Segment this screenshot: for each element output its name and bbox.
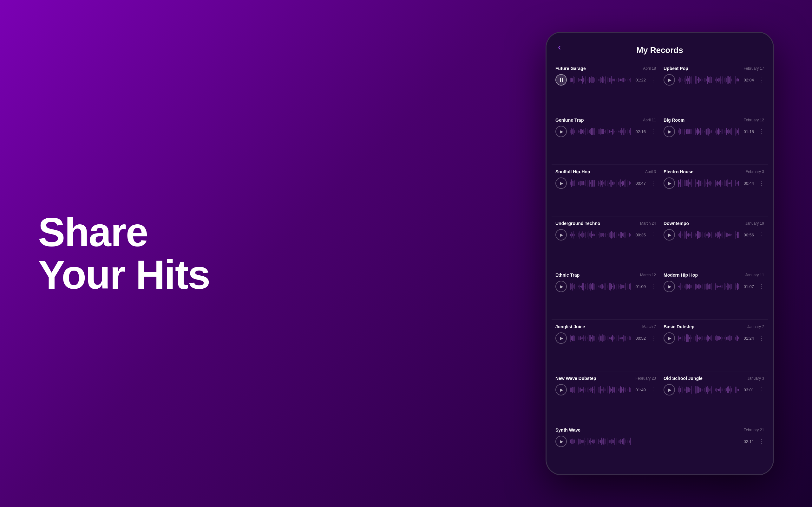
more-button-electro-house[interactable]: ⋮ bbox=[757, 180, 764, 187]
more-button-basic-dubstep[interactable]: ⋮ bbox=[757, 335, 764, 342]
record-date: February 17 bbox=[744, 66, 764, 71]
record-player: ▶ 00:52 ⋮ bbox=[555, 332, 656, 344]
waveform-upbeat-pop bbox=[678, 74, 740, 86]
record-item-synth-wave: Synth Wave February 21 ▶ 02:11 ⋮ bbox=[552, 423, 768, 474]
record-player: ▶ 03:01 ⋮ bbox=[664, 384, 764, 395]
play-icon: ▶ bbox=[560, 336, 563, 341]
play-icon: ▶ bbox=[560, 284, 563, 289]
duration-underground-techno: 00:35 bbox=[635, 233, 646, 237]
record-player: ▶ 01:49 ⋮ bbox=[555, 384, 656, 395]
play-button-electro-house[interactable]: ▶ bbox=[664, 177, 675, 189]
more-button-synth-wave[interactable]: ⋮ bbox=[757, 438, 764, 445]
record-name: Upbeat Pop bbox=[664, 66, 688, 71]
record-date: February 23 bbox=[635, 376, 656, 381]
more-button-junglist-juice[interactable]: ⋮ bbox=[649, 335, 656, 342]
waveform-modern-hiphop bbox=[678, 281, 740, 292]
record-date: April 18 bbox=[643, 66, 656, 71]
waveform-bars bbox=[570, 75, 632, 84]
more-button-upbeat-pop[interactable]: ⋮ bbox=[757, 76, 764, 83]
more-button-underground-techno[interactable]: ⋮ bbox=[649, 231, 656, 238]
more-button-ethnic-trap[interactable]: ⋮ bbox=[649, 283, 656, 290]
record-header: Big Room February 12 bbox=[664, 118, 764, 123]
play-button-future-garage[interactable] bbox=[555, 74, 567, 86]
more-button-modern-hiphop[interactable]: ⋮ bbox=[757, 283, 764, 290]
duration-future-garage: 01:22 bbox=[635, 78, 646, 82]
record-item-electro-house: Electro House February 3 ▶ 00:44 ⋮ bbox=[660, 165, 768, 216]
record-header: Geniune Trap April 11 bbox=[555, 118, 656, 123]
play-button-modern-hiphop[interactable]: ▶ bbox=[664, 281, 675, 292]
waveform-future-garage bbox=[570, 74, 632, 86]
records-list: Future Garage April 18 01:22 ⋮ Upbeat Po… bbox=[547, 61, 773, 474]
play-button-big-room[interactable]: ▶ bbox=[664, 126, 675, 137]
play-icon: ▶ bbox=[560, 129, 563, 134]
play-button-basic-dubstep[interactable]: ▶ bbox=[664, 332, 675, 344]
more-button-big-room[interactable]: ⋮ bbox=[757, 128, 764, 135]
play-button-ethnic-trap[interactable]: ▶ bbox=[555, 281, 567, 292]
pause-icon bbox=[560, 78, 563, 82]
more-button-future-garage[interactable]: ⋮ bbox=[649, 76, 656, 83]
record-item-basic-dubstep: Basic Dubstep January 7 ▶ 01:24 ⋮ bbox=[660, 320, 768, 372]
waveform-bars bbox=[570, 179, 632, 187]
record-name: New Wave Dubstep bbox=[555, 376, 596, 381]
hero-line1: Share bbox=[38, 211, 210, 253]
waveform-bars bbox=[678, 75, 740, 84]
record-item-soulfull-hiphop: Soulfull Hip-Hop April 3 ▶ 00:47 ⋮ bbox=[552, 165, 660, 216]
play-button-soulfull-hiphop[interactable]: ▶ bbox=[555, 177, 567, 189]
record-player: ▶ 00:47 ⋮ bbox=[555, 177, 656, 189]
waveform-bars bbox=[570, 282, 632, 291]
record-item-genuine-trap: Geniune Trap April 11 ▶ 02:16 ⋮ bbox=[552, 113, 660, 165]
record-item-future-garage: Future Garage April 18 01:22 ⋮ bbox=[552, 61, 660, 113]
play-button-synth-wave[interactable]: ▶ bbox=[555, 436, 567, 447]
record-player: ▶ 02:16 ⋮ bbox=[555, 126, 656, 137]
duration-ethnic-trap: 01:09 bbox=[635, 284, 646, 289]
page-title: My Records bbox=[636, 45, 683, 55]
record-header: Junglist Juice March 7 bbox=[555, 324, 656, 329]
waveform-bars bbox=[678, 334, 740, 343]
record-header: Soulfull Hip-Hop April 3 bbox=[555, 169, 656, 174]
record-header: Modern Hip Hop January 11 bbox=[664, 273, 764, 278]
play-icon: ▶ bbox=[668, 387, 671, 392]
waveform-bars bbox=[570, 385, 632, 394]
waveform-bars bbox=[678, 385, 740, 394]
waveform-bars bbox=[678, 127, 740, 136]
waveform-bars bbox=[678, 179, 740, 187]
play-button-downtempo[interactable]: ▶ bbox=[664, 229, 675, 240]
record-name: Electro House bbox=[664, 169, 693, 174]
record-item-big-room: Big Room February 12 ▶ 01:18 ⋮ bbox=[660, 113, 768, 165]
record-player: ▶ 01:09 ⋮ bbox=[555, 281, 656, 292]
more-button-soulfull-hiphop[interactable]: ⋮ bbox=[649, 180, 656, 187]
more-button-old-school-jungle[interactable]: ⋮ bbox=[757, 386, 764, 393]
more-button-downtempo[interactable]: ⋮ bbox=[757, 231, 764, 238]
play-button-genuine-trap[interactable]: ▶ bbox=[555, 126, 567, 137]
play-icon: ▶ bbox=[560, 387, 563, 392]
record-header: Electro House February 3 bbox=[664, 169, 764, 174]
record-player: 01:22 ⋮ bbox=[555, 74, 656, 86]
record-player: ▶ 02:04 ⋮ bbox=[664, 74, 764, 86]
play-icon: ▶ bbox=[668, 284, 671, 289]
play-button-junglist-juice[interactable]: ▶ bbox=[555, 332, 567, 344]
back-button[interactable]: ‹ bbox=[558, 42, 561, 52]
play-icon: ▶ bbox=[560, 181, 563, 186]
record-date: March 12 bbox=[640, 273, 656, 277]
duration-basic-dubstep: 01:24 bbox=[744, 336, 754, 341]
waveform-downtempo bbox=[678, 229, 740, 240]
play-button-upbeat-pop[interactable]: ▶ bbox=[664, 74, 675, 86]
record-header: Underground Techno March 24 bbox=[555, 221, 656, 226]
more-button-genuine-trap[interactable]: ⋮ bbox=[649, 128, 656, 135]
more-button-new-wave-dubstep[interactable]: ⋮ bbox=[649, 386, 656, 393]
play-button-old-school-jungle[interactable]: ▶ bbox=[664, 384, 675, 395]
duration-old-school-jungle: 03:01 bbox=[744, 388, 754, 392]
play-button-underground-techno[interactable]: ▶ bbox=[555, 229, 567, 240]
record-name: Soulfull Hip-Hop bbox=[555, 169, 590, 174]
device: ‹ My Records Future Garage April 18 01:2… bbox=[546, 32, 774, 475]
waveform-bars bbox=[678, 282, 740, 291]
record-player: ▶ 00:56 ⋮ bbox=[664, 229, 764, 240]
waveform-basic-dubstep bbox=[678, 332, 740, 344]
record-item-modern-hiphop: Modern Hip Hop January 11 ▶ 01:07 ⋮ bbox=[660, 268, 768, 320]
play-button-new-wave-dubstep[interactable]: ▶ bbox=[555, 384, 567, 395]
record-item-underground-techno: Underground Techno March 24 ▶ 00:35 ⋮ bbox=[552, 216, 660, 268]
record-item-new-wave-dubstep: New Wave Dubstep February 23 ▶ 01:49 ⋮ bbox=[552, 372, 660, 423]
record-name: Junglist Juice bbox=[555, 324, 585, 329]
waveform-synth-wave bbox=[570, 436, 740, 447]
record-date: January 7 bbox=[747, 325, 764, 329]
